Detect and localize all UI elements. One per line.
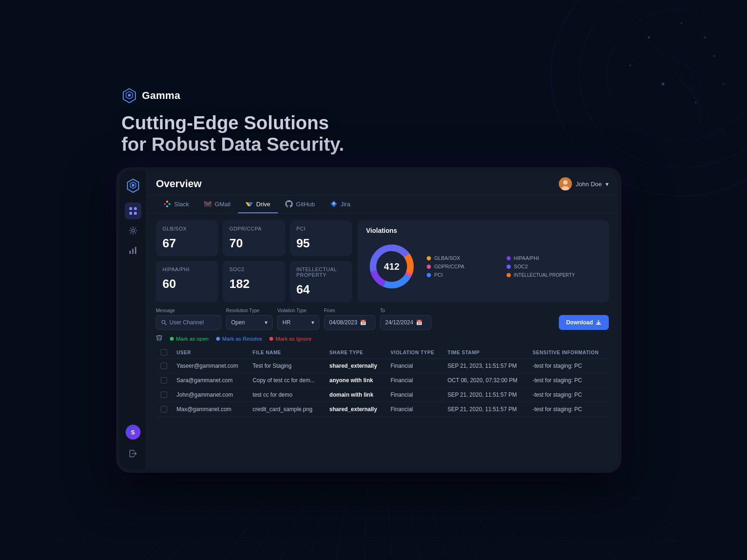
filter-resolution-group: Resolution Type Open ▾: [226, 308, 273, 330]
metric-glbsox-value: 67: [162, 236, 211, 251]
table-row: Sara@gammanet.com Copy of test cc for de…: [156, 373, 609, 388]
legend-dot-hipaa: [507, 256, 511, 260]
legend-dot-ip: [507, 273, 511, 277]
filter-violation-group: Violation Type HR ▾: [277, 308, 319, 330]
svg-point-11: [713, 55, 715, 57]
violation-value: HR: [282, 319, 290, 326]
row4-violation: Financial: [386, 402, 443, 417]
logo-text: Gamma: [142, 90, 180, 102]
tab-gmail[interactable]: GMail: [197, 196, 238, 213]
svg-point-28: [563, 180, 568, 185]
tab-drive[interactable]: Drive: [238, 196, 278, 213]
legend-label-pci: PCI: [434, 272, 443, 278]
tab-drive-label: Drive: [256, 201, 270, 208]
tablet-frame: S Overview: [117, 168, 621, 472]
row3-user: John@gammanet.com: [172, 388, 248, 402]
filter-violation-label: Violation Type: [277, 308, 319, 313]
col-sensitive: SENSITIVE INFORMATION: [528, 346, 609, 359]
legend-label-glba: GLBA/SOX: [434, 255, 460, 261]
legend-glba: GLBA/SOX: [427, 255, 495, 261]
metric-ip: INTELLECTUAL PROPERTY 64: [290, 261, 352, 302]
row1-checkbox[interactable]: [161, 363, 167, 369]
filter-from-group: From 04/08/2023 📅: [324, 308, 375, 330]
svg-line-4: [649, 5, 719, 149]
drive-icon: [246, 200, 253, 208]
mark-open-label: Mark as open: [176, 336, 209, 342]
gamma-logo-icon: [121, 88, 137, 104]
sidebar-avatar[interactable]: S: [126, 425, 141, 440]
metric-glbsox-label: GLB/SOX: [162, 226, 211, 231]
filter-message-group: Message User Channel: [156, 308, 221, 330]
resolution-select[interactable]: Open ▾: [226, 315, 273, 330]
row2-sharetype: anyone with link: [325, 373, 386, 388]
jira-icon: [330, 200, 338, 208]
legend-pci: PCI: [427, 272, 495, 278]
row3-checkbox[interactable]: [161, 392, 167, 398]
sidebar-analytics-icon[interactable]: [125, 242, 141, 259]
message-input[interactable]: User Channel: [156, 315, 221, 330]
from-date-input[interactable]: 04/08/2023 📅: [324, 315, 375, 330]
sidebar-settings-icon[interactable]: [125, 222, 141, 239]
download-button[interactable]: Download: [559, 315, 609, 330]
user-dropdown-icon: ▾: [606, 181, 609, 188]
mark-resolve-button[interactable]: Mark as Resolve: [216, 336, 262, 342]
row4-sensitive: -test for staging: PC: [528, 402, 609, 417]
svg-point-42: [162, 321, 165, 324]
metric-pci-label: PCI: [296, 226, 345, 231]
tablet-inner: S Overview: [120, 171, 618, 469]
ignore-dot: [269, 337, 273, 341]
mark-resolve-label: Mark as Resolve: [222, 336, 262, 342]
legend-label-hipaa: HIPAA/PHI: [514, 255, 539, 261]
col-timestamp: TIME STAMP: [443, 346, 528, 359]
mark-ignore-button[interactable]: Mark as Ignore: [269, 336, 311, 342]
violation-select[interactable]: HR ▾: [277, 315, 319, 330]
tab-jira[interactable]: Jira: [323, 196, 358, 213]
svg-point-17: [128, 94, 131, 97]
row4-checkbox[interactable]: [161, 406, 167, 413]
calendar-to-icon: 📅: [416, 320, 423, 326]
mark-open-button[interactable]: Mark as open: [170, 336, 209, 342]
metric-pci-value: 95: [296, 236, 345, 251]
row1-timestamp: SEP 21, 2023, 11:51:57 PM: [443, 359, 528, 373]
row2-checkbox[interactable]: [161, 377, 167, 384]
metric-ip-label: INTELLECTUAL PROPERTY: [296, 266, 345, 278]
violations-card: Violations: [358, 220, 609, 302]
open-dot: [170, 337, 174, 341]
row1-violation: Financial: [386, 359, 443, 373]
to-date-input[interactable]: 24/12/2024 📅: [380, 315, 431, 330]
select-all-checkbox[interactable]: [161, 349, 167, 356]
row4-timestamp: SEP 21, 2020, 11:51:57 PM: [443, 402, 528, 417]
metric-gdpr-label: GDPR/CCPA: [229, 226, 278, 231]
mark-ignore-label: Mark as Ignore: [275, 336, 311, 342]
tab-slack[interactable]: Slack: [156, 196, 197, 213]
tab-github[interactable]: GitHub: [278, 196, 322, 213]
sidebar-logout-icon[interactable]: [125, 445, 141, 462]
user-name: John Doe: [576, 181, 602, 188]
row2-timestamp: OCT 06, 2020, 07:32:00 PM: [443, 373, 528, 388]
filter-to-group: To 24/12/2024 📅: [380, 308, 431, 330]
row2-sensitive: -test for staging: PC: [528, 373, 609, 388]
search-icon: [161, 320, 167, 325]
metric-gdpr: GDPR/CCPA 70: [223, 220, 285, 256]
bg-grid: [0, 488, 747, 560]
legend-ip: INTELLECTUAL PROPERTY: [507, 272, 575, 278]
row1-filename: Test for Staging: [248, 359, 325, 373]
svg-point-23: [132, 229, 134, 232]
trash-button[interactable]: [156, 335, 162, 343]
table-row: Yaseer@gammanet.com Test for Staging sha…: [156, 359, 609, 373]
sidebar-logo-icon: [126, 178, 141, 193]
svg-line-43: [165, 323, 166, 325]
svg-line-3: [626, 9, 728, 140]
filter-resolution-label: Resolution Type: [226, 308, 273, 313]
legend-hipaa: HIPAA/PHI: [507, 255, 575, 261]
legend-dot-glba: [427, 256, 431, 260]
message-placeholder: User Channel: [169, 319, 204, 326]
sidebar-dashboard-icon[interactable]: [125, 203, 141, 219]
page-wrapper: Gamma Cutting-Edge Solutions for Robust …: [117, 88, 630, 472]
filter-to-label: To: [380, 308, 431, 313]
action-row: Mark as open Mark as Resolve Mark as Ign…: [156, 335, 609, 343]
gmail-icon: [204, 200, 211, 208]
metric-ip-value: 64: [296, 282, 345, 297]
user-menu[interactable]: John Doe ▾: [559, 177, 609, 190]
svg-rect-26: [135, 247, 136, 254]
